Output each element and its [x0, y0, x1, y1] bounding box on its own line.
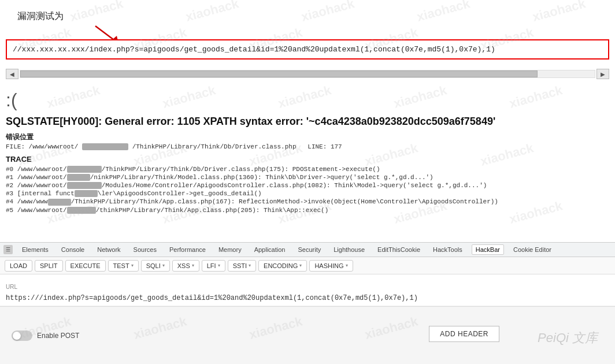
url-input-area: URL — [0, 280, 615, 306]
add-header-button[interactable]: ADD HEADER — [429, 326, 499, 342]
censored-5 — [67, 207, 96, 214]
split-button[interactable]: SPLIT — [35, 260, 63, 272]
tab-sources[interactable]: Sources — [130, 245, 160, 254]
censored-path — [82, 143, 128, 150]
censored-1 — [67, 174, 90, 181]
scroll-left-btn[interactable]: ◀ — [6, 69, 18, 79]
scroll-track[interactable] — [20, 70, 595, 78]
sqli-button[interactable]: SQLI ▾ — [141, 260, 170, 272]
devtools-icon: ☰ — [3, 245, 13, 254]
load-button[interactable]: LOAD — [5, 260, 32, 272]
encoding-button[interactable]: ENCODING ▾ — [258, 260, 307, 272]
tab-editthiscookie[interactable]: EditThisCookie — [374, 245, 424, 254]
error-location-label: 错误位置 — [6, 132, 609, 142]
trace-line-1: #1 /www/wwwroot//ninkPHP/Library/Think/M… — [6, 174, 609, 181]
horizontal-scrollbar[interactable]: ◀ ▶ — [6, 68, 609, 80]
trace-line-3: #3 [internal funct\ler\ApigoodsControlle… — [6, 190, 609, 197]
censored-4 — [48, 199, 71, 206]
devtools-tab-bar: ☰ Elements Console Network Sources Perfo… — [0, 242, 615, 257]
lfi-button[interactable]: LFI ▾ — [202, 260, 225, 272]
sad-face-emoji: :( — [6, 90, 609, 111]
peiqi-brand-label: PeiQi 文库 — [538, 329, 598, 347]
tab-network[interactable]: Network — [94, 245, 124, 254]
bottom-action-bar: Enable POST ADD HEADER PeiQi 文库 — [0, 306, 615, 364]
censored-2 — [67, 182, 102, 189]
tab-memory[interactable]: Memory — [215, 245, 245, 254]
ssti-button[interactable]: SSTI ▾ — [228, 260, 256, 272]
toggle-knob — [13, 332, 21, 340]
url-field-label: URL — [6, 284, 609, 290]
error-file-path: FILE: /www/wwwroot/ /ThinkPHP/Library/Th… — [6, 143, 609, 150]
hashing-button[interactable]: HASHING ▾ — [309, 260, 353, 272]
censored-3 — [75, 190, 98, 197]
tab-hackbar[interactable]: HackBar — [472, 244, 504, 255]
enable-post-container: Enable POST — [12, 330, 79, 341]
xss-button[interactable]: XSS ▾ — [172, 260, 199, 272]
test-button[interactable]: TEST ▾ — [108, 260, 139, 272]
tab-elements[interactable]: Elements — [18, 245, 52, 254]
scroll-thumb[interactable] — [20, 70, 538, 77]
tab-performance[interactable]: Performance — [166, 245, 209, 254]
hackbar-toolbar: LOAD SPLIT EXECUTE TEST ▾ SQLI ▾ XSS ▾ L… — [0, 257, 615, 274]
enable-post-toggle[interactable] — [12, 330, 32, 341]
main-url-display: //xxx.xxx.xx.xxx/index.php?s=apigoods/ge… — [6, 39, 609, 60]
enable-post-label: Enable POST — [37, 332, 79, 340]
trace-line-5: #5 /www/wwwroot//thinkPHP/Library/Think/… — [6, 207, 609, 214]
trace-line-0: #0 /www/wwwroot//ThinkPHP/Library/Think/… — [6, 166, 609, 173]
censored-0 — [67, 166, 102, 173]
scroll-right-btn[interactable]: ▶ — [597, 69, 609, 79]
top-label: 漏洞测试为 — [17, 10, 64, 23]
tab-console[interactable]: Console — [58, 245, 88, 254]
tab-lighthouse[interactable]: Lighthouse — [330, 245, 368, 254]
error-title: SQLSTATE[HY000]: General error: 1105 XPA… — [6, 116, 609, 128]
main-content: xiaohack xiaohack xiaohack xiaohack xiao… — [0, 0, 615, 364]
execute-button[interactable]: EXECUTE — [65, 260, 106, 272]
tab-cookie-editor[interactable]: Cookie Editor — [510, 245, 555, 254]
tab-application[interactable]: Application — [251, 245, 289, 254]
tab-hacktools[interactable]: HackTools — [429, 245, 466, 254]
trace-label: TRACE — [6, 155, 609, 164]
tab-security[interactable]: Security — [294, 245, 324, 254]
trace-line-2: #2 /www/wwwroot//Modules/Home/Controller… — [6, 182, 609, 189]
trace-line-4: #4 /www/www/ThinkPHP/Library/Think/App.c… — [6, 198, 609, 205]
url-input-field[interactable] — [6, 294, 609, 302]
error-content-area: :( SQLSTATE[HY000]: General error: 1105 … — [6, 90, 609, 215]
